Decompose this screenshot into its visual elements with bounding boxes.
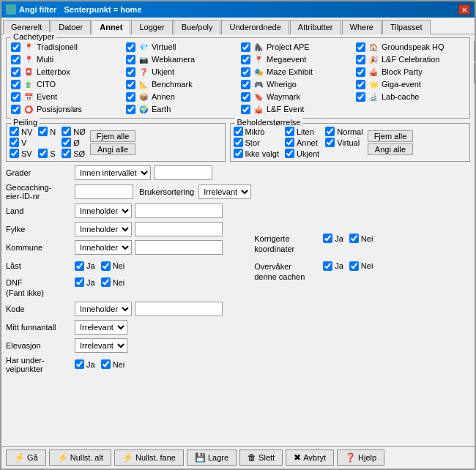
cb-harunder-nei[interactable] [101, 359, 111, 369]
cb-korrigerte-ja[interactable] [323, 234, 332, 243]
cb-harunder-ja[interactable] [75, 359, 84, 369]
elevasjon-select[interactable]: Irrelevant [75, 338, 127, 353]
cb-mikro[interactable] [234, 127, 243, 136]
grader-select[interactable]: Innen intervallet [75, 165, 151, 180]
grader-row: Grader Innen intervallet [6, 165, 251, 181]
cache-cito: 🗑CITO [11, 78, 124, 90]
cb-lfevent[interactable] [241, 105, 250, 114]
cb-tradisjonell[interactable] [11, 42, 21, 52]
kommune-label: Kommune [6, 243, 72, 252]
cb-stor[interactable] [234, 138, 243, 147]
nullst-fane-button[interactable]: ⚡ Nullst. fane [114, 450, 184, 466]
brukersortering-select[interactable]: Irrelevant [198, 184, 251, 199]
cb-o-item: Ø [62, 138, 86, 147]
beholder-fjern-btn[interactable]: Fjem alle [368, 130, 414, 142]
cb-earth[interactable] [126, 105, 135, 114]
cb-ukjent[interactable] [126, 67, 135, 77]
beholder-angi-btn[interactable]: Angi alle [368, 143, 414, 155]
tab-logger[interactable]: Logger [131, 20, 172, 34]
kode-input[interactable] [135, 302, 223, 316]
cb-webkamera[interactable] [126, 55, 135, 64]
cb-dnf-ja[interactable] [75, 277, 84, 287]
nullst-alt-button[interactable]: ⚡ Nullst. alt [49, 450, 111, 466]
tab-annet[interactable]: Annet [92, 20, 130, 34]
cb-korrigerte-nei[interactable] [349, 234, 359, 243]
go-button[interactable]: ⚡ Gå [6, 450, 46, 466]
hjelp-button[interactable]: ❓ Hjelp [337, 450, 384, 466]
last-ja-item: Ja [75, 261, 95, 271]
tab-datoer[interactable]: Datoer [51, 20, 91, 34]
tab-buepoly[interactable]: Bue/poly [174, 20, 221, 34]
cb-labcache[interactable] [356, 92, 365, 102]
kommune-select[interactable]: Inneholder [75, 240, 132, 255]
cb-multi[interactable] [11, 55, 21, 64]
cb-normal[interactable] [325, 127, 335, 136]
cb-virtual-b[interactable] [325, 138, 335, 147]
land-select[interactable]: Inneholder [75, 204, 132, 218]
peiling-fjern-btn[interactable]: Fjem alle [90, 130, 136, 142]
cb-n[interactable] [38, 127, 48, 136]
lagre-icon: 💾 [195, 452, 206, 463]
tab-underordnede[interactable]: Underordnede [221, 20, 289, 34]
cb-megaevent[interactable] [241, 55, 250, 64]
cb-annen[interactable] [126, 92, 135, 102]
cb-virtuell[interactable] [126, 42, 135, 52]
tab-attributter[interactable]: Attributter [290, 20, 341, 34]
cb-annet-b[interactable] [285, 138, 294, 147]
grader-input[interactable] [154, 165, 212, 180]
cb-gigaevent[interactable] [356, 80, 365, 89]
beholder-title: Beholderstørrelse [235, 118, 303, 127]
cb-cito[interactable] [11, 80, 21, 89]
cb-s[interactable] [38, 149, 48, 158]
peiling-angi-btn[interactable]: Angi alle [90, 143, 136, 155]
kommune-input[interactable] [135, 240, 223, 255]
cb-ukjent-b[interactable] [285, 149, 294, 158]
korrigerte-label: Korrigertekoordinater [254, 232, 320, 255]
cb-nv[interactable] [10, 127, 19, 136]
cb-letterbox[interactable] [11, 67, 21, 77]
close-button[interactable]: ✕ [458, 4, 470, 15]
slett-button[interactable]: 🗑 Slett [239, 450, 283, 466]
cb-event[interactable] [11, 92, 21, 102]
fylke-select[interactable]: Inneholder [75, 222, 132, 236]
cb-lfcelebration[interactable] [356, 55, 365, 64]
cb-projectape[interactable] [241, 42, 250, 52]
fylke-input[interactable] [135, 222, 223, 236]
tab-tilpasset[interactable]: Tilpasset [382, 20, 431, 34]
kode-select[interactable]: Inneholder [75, 302, 132, 316]
cb-overvaaker-nei[interactable] [349, 261, 359, 271]
kommune-row: Kommune Inneholder [6, 239, 251, 255]
last-row: Låst Ja Nei [6, 258, 251, 274]
mittfunnantall-select[interactable]: Irrelevant [75, 320, 127, 335]
cb-no[interactable] [62, 127, 71, 136]
mittfunnantall-label: Mitt funnantall [6, 323, 72, 332]
cb-last-nei[interactable] [101, 261, 111, 271]
geocaching-label: Geocaching-eier-ID-nr [6, 183, 72, 201]
cb-mazeexhibit[interactable] [241, 67, 250, 77]
cb-waymark[interactable] [241, 92, 250, 102]
lagre-button[interactable]: 💾 Lagre [187, 450, 237, 466]
dnf-nei-item: Nei [101, 277, 125, 287]
cache-waymark: 🔖Waymark [241, 91, 354, 102]
avbryt-button[interactable]: ✖ Avbryt [286, 450, 334, 466]
cb-overvaaker-ja[interactable] [323, 261, 332, 271]
cb-so[interactable] [62, 149, 71, 158]
cb-o[interactable] [62, 138, 71, 147]
cb-posisjon[interactable] [11, 105, 21, 114]
geocaching-input[interactable] [75, 184, 133, 199]
last-label: Låst [6, 261, 72, 270]
cb-blockparty[interactable] [356, 67, 365, 77]
title-bar: Angi filter Senterpunkt = home ✕ [1, 1, 475, 18]
land-input[interactable] [135, 204, 223, 218]
cb-wherigo[interactable] [241, 80, 250, 89]
cb-dnf-nei[interactable] [101, 277, 111, 287]
cb-liten[interactable] [285, 127, 294, 136]
cb-last-ja[interactable] [75, 261, 84, 271]
last-nei-item: Nei [101, 261, 125, 271]
cb-ikkevalgt[interactable] [234, 149, 243, 158]
cb-groundspeakhq[interactable] [356, 42, 365, 52]
cb-benchmark[interactable] [126, 80, 135, 89]
cb-sv[interactable] [10, 149, 19, 158]
tab-where[interactable]: Where [342, 20, 382, 34]
cb-v[interactable] [10, 138, 19, 147]
